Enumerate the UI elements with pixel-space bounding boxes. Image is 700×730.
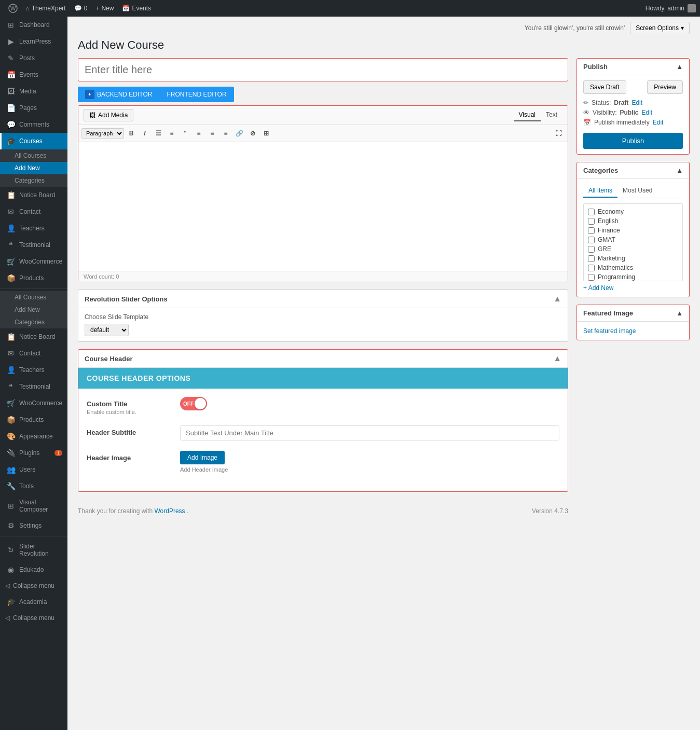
collapse-menu-btn[interactable]: ◁ Collapse menu: [0, 578, 67, 594]
wp-editor-wrap: Paragraph B I ☰ ≡ " ≡ ≡ ≡ 🔗 ⊘: [78, 125, 568, 267]
category-english-label: English: [598, 217, 618, 225]
svg-text:W: W: [10, 5, 16, 11]
sidebar-item-posts[interactable]: ✎ Posts: [0, 50, 67, 66]
sidebar-item-pages[interactable]: 📄 Pages: [0, 100, 67, 116]
adminbar-site-name[interactable]: ⌂ ThemeXpert: [22, 0, 70, 17]
all-items-tab[interactable]: All Items: [583, 184, 617, 198]
fullscreen-button[interactable]: ⛶: [552, 127, 565, 140]
sidebar-item-testimonial2[interactable]: ❝ Testimonial: [0, 378, 67, 395]
sidebar-item-users[interactable]: 👥 Users: [0, 461, 67, 478]
contact-icon: ✉: [7, 208, 15, 216]
header-subtitle-input[interactable]: [180, 425, 559, 440]
featured-image-panel-header[interactable]: Featured Image ▲: [577, 305, 689, 322]
ordered-list-button[interactable]: ≡: [166, 127, 178, 140]
category-gmat-checkbox[interactable]: [588, 237, 595, 243]
publish-panel-header[interactable]: Publish ▲: [577, 59, 689, 75]
paragraph-select[interactable]: Paragraph: [81, 128, 124, 139]
sidebar-item-events[interactable]: 📅 Events: [0, 66, 67, 83]
category-finance-checkbox[interactable]: [588, 227, 595, 234]
sidebar-item-appearance[interactable]: 🎨 Appearance: [0, 428, 67, 445]
sidebar-item-courses[interactable]: 🎓 Courses: [0, 133, 67, 149]
sidebar-item-settings[interactable]: ⚙ Settings: [0, 517, 67, 534]
publish-button[interactable]: Publish: [583, 133, 683, 149]
visual-tab[interactable]: Visual: [514, 109, 541, 121]
sidebar-item-woocommerce2[interactable]: 🛒 WooCommerce: [0, 395, 67, 411]
adminbar-comments[interactable]: 💬 0: [70, 0, 92, 17]
align-right-button[interactable]: ≡: [219, 127, 232, 140]
categories-panel-header[interactable]: Categories ▲: [577, 162, 689, 179]
sidebar-item-edukado[interactable]: ◉ Edukado: [0, 561, 67, 578]
sidebar-all-courses2[interactable]: All Courses: [0, 291, 67, 304]
category-gre: GRE: [588, 244, 678, 254]
sidebar-item-visual-composer[interactable]: ⊞ Visual Composer: [0, 494, 67, 517]
align-left-button[interactable]: ≡: [193, 127, 205, 140]
frontend-editor-button[interactable]: FRONTEND EDITOR: [159, 87, 234, 102]
add-new-category-link[interactable]: + Add New: [583, 284, 683, 292]
sidebar-item-contact[interactable]: ✉ Contact: [0, 203, 67, 220]
category-gre-checkbox[interactable]: [588, 246, 595, 253]
course-header-header[interactable]: Course Header ▲: [78, 350, 568, 368]
bold-button[interactable]: B: [125, 127, 138, 140]
category-economy-checkbox[interactable]: [588, 209, 595, 215]
sidebar-submenu-all-courses[interactable]: All Courses: [0, 149, 67, 162]
sidebar-item-teachers2[interactable]: 👤 Teachers: [0, 362, 67, 378]
slide-template-select[interactable]: default: [85, 324, 129, 336]
adminbar-events[interactable]: 📅 Events: [118, 0, 155, 17]
sidebar-item-tools[interactable]: 🔧 Tools: [0, 478, 67, 494]
sidebar-submenu-add-new[interactable]: Add New: [0, 162, 67, 174]
publish-time-edit-link[interactable]: Edit: [653, 119, 664, 126]
set-featured-image-link[interactable]: Set featured image: [583, 327, 636, 335]
italic-button[interactable]: I: [139, 127, 151, 140]
revolution-slider-header[interactable]: Revolution Slider Options ▲: [78, 290, 568, 308]
custom-title-toggle[interactable]: OFF: [180, 397, 207, 410]
preview-button[interactable]: Preview: [647, 80, 683, 94]
unordered-list-button[interactable]: ☰: [152, 127, 164, 140]
editor-content-area[interactable]: [78, 142, 568, 267]
align-center-button[interactable]: ≡: [206, 127, 218, 140]
products2-icon: 📦: [7, 416, 15, 424]
sidebar-item-contact2[interactable]: ✉ Contact: [0, 345, 67, 362]
status-edit-link[interactable]: Edit: [632, 99, 642, 106]
text-tab[interactable]: Text: [541, 109, 562, 121]
unlink-button[interactable]: ⊘: [246, 127, 259, 140]
collapse-icon: ◁: [5, 582, 10, 589]
table-button[interactable]: ⊞: [260, 127, 272, 140]
sidebar-item-media[interactable]: 🖼 Media: [0, 83, 67, 100]
visibility-edit-link[interactable]: Edit: [641, 109, 652, 116]
categories-tabs: All Items Most Used: [583, 184, 683, 198]
sidebar-submenu-categories[interactable]: Categories: [0, 174, 67, 187]
sidebar-item-slider-revolution[interactable]: ↻ Slider Revolution: [0, 539, 67, 561]
sidebar-item-dashboard[interactable]: ⊞ Dashboard: [0, 17, 67, 33]
sidebar-item-academia[interactable]: 🎓 Academia: [0, 594, 67, 610]
title-input[interactable]: [78, 58, 568, 81]
footer-wordpress-link[interactable]: WordPress: [154, 507, 185, 515]
save-draft-button[interactable]: Save Draft: [583, 80, 626, 94]
screen-options-button[interactable]: Screen Options ▾: [630, 22, 690, 34]
most-used-tab[interactable]: Most Used: [617, 184, 657, 198]
collapse-menu2-btn[interactable]: ◁ Collapse menu: [0, 610, 67, 626]
sidebar-item-teachers[interactable]: 👤 Teachers: [0, 220, 67, 237]
add-image-button[interactable]: Add Image: [180, 451, 225, 464]
sidebar-item-woocommerce[interactable]: 🛒 WooCommerce: [0, 253, 67, 270]
adminbar-new[interactable]: + New: [91, 0, 118, 17]
link-button[interactable]: 🔗: [233, 127, 245, 140]
adminbar-wp-logo[interactable]: W: [4, 0, 22, 17]
sidebar-item-comments[interactable]: 💬 Comments: [0, 116, 67, 133]
sidebar-item-products2[interactable]: 📦 Products: [0, 411, 67, 428]
sidebar-categories2[interactable]: Categories: [0, 316, 67, 328]
backend-editor-button[interactable]: ✦ BACKEND EDITOR: [78, 87, 159, 102]
sidebar-item-notice-board[interactable]: 📋 Notice Board: [0, 187, 67, 203]
sidebar-item-testimonial[interactable]: ❝ Testimonial: [0, 237, 67, 253]
sidebar-item-plugins[interactable]: 🔌 Plugins 1: [0, 445, 67, 461]
blockquote-button[interactable]: ": [179, 127, 191, 140]
sidebar-item-notice-board2[interactable]: 📋 Notice Board: [0, 328, 67, 345]
sidebar-add-new2[interactable]: Add New: [0, 304, 67, 316]
add-media-button[interactable]: 🖼 Add Media: [84, 109, 133, 121]
category-mathematics-checkbox[interactable]: [588, 265, 595, 271]
category-marketing-checkbox[interactable]: [588, 255, 595, 262]
category-programming-checkbox[interactable]: [588, 274, 595, 281]
header-image-label: Header Image: [87, 451, 180, 462]
sidebar-item-learnpress[interactable]: ▶ LearnPress: [0, 33, 67, 50]
sidebar-item-products[interactable]: 📦 Products: [0, 270, 67, 286]
category-english-checkbox[interactable]: [588, 218, 595, 225]
